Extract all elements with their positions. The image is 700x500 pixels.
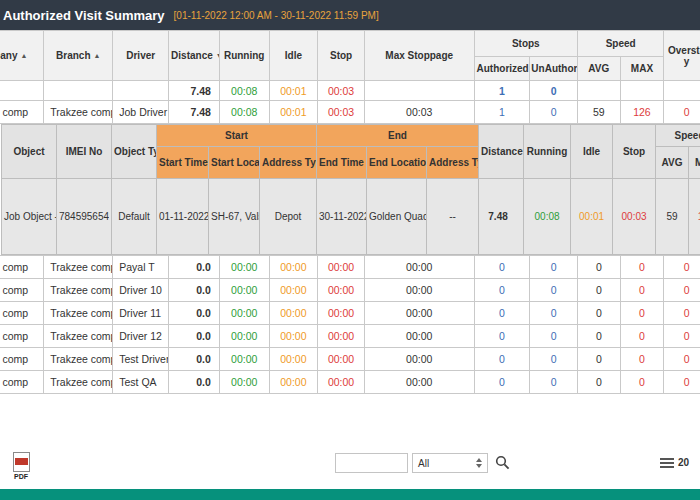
rows-per-page-control[interactable]: 20 bbox=[660, 457, 689, 468]
cell-overstay: 0 bbox=[664, 302, 700, 325]
cell-unauthorized: 0 bbox=[530, 371, 578, 394]
cell-authorized: 0 bbox=[474, 302, 530, 325]
cell-unauthorized: 0 bbox=[530, 302, 578, 325]
detail-cell-object: Job Object - Job Object bbox=[2, 179, 57, 255]
cell-driver: Test Driver bbox=[113, 348, 169, 371]
col-header-label: Distance bbox=[171, 50, 213, 61]
cell-branch: Trakzee comp bbox=[44, 325, 113, 348]
col-header-max[interactable]: MAX bbox=[620, 57, 664, 81]
cell-avg: 59 bbox=[578, 101, 621, 124]
col-header-branch[interactable]: Branch▲ bbox=[44, 31, 113, 81]
detail-cell-end_time: 30-11-2022 11:59:00 PM bbox=[317, 179, 367, 255]
col-header-speed_group[interactable]: Speed bbox=[578, 31, 664, 57]
cell-overstay: 0 bbox=[664, 279, 700, 302]
col-header-label: Running bbox=[224, 50, 265, 61]
cell-running: 00:00 bbox=[219, 348, 269, 371]
report-title: Authorized Visit Summary bbox=[3, 8, 165, 23]
table-row[interactable]: Trakzee compTrakzee compTest QA0.000:000… bbox=[0, 371, 700, 394]
cell-max_stoppage: 00:03 bbox=[364, 101, 474, 124]
col-header-label: Overstay bbox=[668, 45, 700, 67]
detail-col-header-idle: Idle bbox=[571, 125, 613, 179]
cell-driver: Test QA bbox=[113, 371, 169, 394]
pdf-export-button[interactable]: PDF bbox=[8, 452, 34, 480]
table-row[interactable]: Trakzee compTrakzee compPayal T0.000:000… bbox=[0, 256, 700, 279]
cell-unauthorized: 0 bbox=[530, 348, 578, 371]
table-row[interactable]: Trakzee compTrakzee compDriver 110.000:0… bbox=[0, 302, 700, 325]
col-header-running[interactable]: Running bbox=[219, 31, 269, 81]
cell-running: 00:08 bbox=[219, 101, 269, 124]
cell-company: Trakzee comp bbox=[0, 325, 44, 348]
detail-cell-running: 00:08 bbox=[524, 179, 571, 255]
cell-idle: 00:00 bbox=[269, 371, 318, 394]
cell-driver: Driver 11 bbox=[113, 302, 169, 325]
detail-table: ObjectIMEI NoObject TypeStartEndDistance… bbox=[1, 124, 700, 255]
cell-idle: 00:00 bbox=[269, 256, 318, 279]
summary-cell-company bbox=[0, 81, 44, 101]
table-row[interactable]: Trakzee compTrakzee compDriver 120.000:0… bbox=[0, 325, 700, 348]
cell-running: 00:00 bbox=[219, 256, 269, 279]
report-table-container: Company▲Branch▲DriverDistance▼RunningIdl… bbox=[0, 30, 700, 442]
col-header-company[interactable]: Company▲ bbox=[0, 31, 44, 81]
cell-running: 00:00 bbox=[219, 371, 269, 394]
detail-col-header-stop: Stop bbox=[613, 125, 656, 179]
col-header-stops_group[interactable]: Stops bbox=[474, 31, 578, 57]
table-row[interactable]: Trakzee compTrakzee compJob Driver7.4800… bbox=[0, 101, 700, 124]
search-button[interactable] bbox=[495, 455, 510, 473]
cell-authorized: 0 bbox=[474, 348, 530, 371]
summary-cell-overstay bbox=[664, 81, 700, 101]
col-header-max_stoppage[interactable]: Max Stoppage bbox=[364, 31, 474, 81]
col-header-label: Max Stoppage bbox=[385, 50, 453, 61]
search-input[interactable] bbox=[335, 453, 408, 473]
detail-col-header-speed_group: Speed bbox=[656, 125, 700, 147]
detail-cell-max: 126 bbox=[689, 179, 700, 255]
detail-col-header-avg: AVG bbox=[656, 147, 689, 179]
cell-company: Trakzee comp bbox=[0, 279, 44, 302]
cell-stop: 00:03 bbox=[318, 101, 365, 124]
cell-distance: 0.0 bbox=[169, 256, 220, 279]
cell-stop: 00:00 bbox=[318, 325, 365, 348]
cell-unauthorized: 0 bbox=[530, 325, 578, 348]
col-header-label: Idle bbox=[285, 50, 302, 61]
cell-overstay: 0 bbox=[664, 371, 700, 394]
detail-cell-stop: 00:03 bbox=[613, 179, 656, 255]
cell-authorized: 0 bbox=[474, 279, 530, 302]
cell-stop: 00:00 bbox=[318, 279, 365, 302]
cell-company: Trakzee comp bbox=[0, 101, 44, 124]
summary-cell-stop: 00:03 bbox=[318, 81, 365, 101]
col-header-stop[interactable]: Stop bbox=[318, 31, 365, 81]
detail-col-header-running: Running bbox=[524, 125, 571, 179]
filter-select[interactable]: All bbox=[412, 453, 488, 473]
cell-driver: Driver 10 bbox=[113, 279, 169, 302]
cell-branch: Trakzee comp bbox=[44, 279, 113, 302]
table-row[interactable]: Trakzee compTrakzee compDriver 100.000:0… bbox=[0, 279, 700, 302]
sort-asc-icon: ▲ bbox=[20, 52, 27, 59]
detail-cell-object_type: Default bbox=[112, 179, 157, 255]
summary-cell-authorized: 1 bbox=[474, 81, 530, 101]
detail-cell-start_location: SH-67, Valsad, Valsad, Gujarat, 396055, … bbox=[209, 179, 260, 255]
detail-cell-idle: 00:01 bbox=[571, 179, 613, 255]
summary-cell-branch bbox=[44, 81, 113, 101]
cell-max_stoppage: 00:00 bbox=[364, 371, 474, 394]
cell-company: Trakzee comp bbox=[0, 371, 44, 394]
cell-distance: 0.0 bbox=[169, 279, 220, 302]
cell-max_stoppage: 00:00 bbox=[364, 302, 474, 325]
cell-running: 00:00 bbox=[219, 302, 269, 325]
col-header-unauthorized[interactable]: UnAuthorized bbox=[530, 57, 578, 81]
cell-stop: 00:00 bbox=[318, 302, 365, 325]
col-header-label: Branch bbox=[56, 50, 90, 61]
cell-max: 0 bbox=[620, 325, 664, 348]
cell-max: 0 bbox=[620, 348, 664, 371]
col-header-driver[interactable]: Driver bbox=[113, 31, 169, 81]
col-header-authorized[interactable]: Authorized bbox=[474, 57, 530, 81]
col-header-idle[interactable]: Idle bbox=[269, 31, 318, 81]
summary-table: Company▲Branch▲DriverDistance▼RunningIdl… bbox=[0, 30, 700, 394]
cell-distance: 0.0 bbox=[169, 325, 220, 348]
detail-col-header-start_time: Start Time bbox=[157, 147, 209, 179]
col-header-avg[interactable]: AVG bbox=[578, 57, 621, 81]
col-header-overstay[interactable]: Overstay bbox=[664, 31, 700, 81]
col-header-distance[interactable]: Distance▼ bbox=[169, 31, 220, 81]
cell-branch: Trakzee comp bbox=[44, 371, 113, 394]
table-row[interactable]: Trakzee compTrakzee compTest Driver0.000… bbox=[0, 348, 700, 371]
detail-cell-start_address_type: Depot bbox=[260, 179, 317, 255]
cell-idle: 00:00 bbox=[269, 348, 318, 371]
